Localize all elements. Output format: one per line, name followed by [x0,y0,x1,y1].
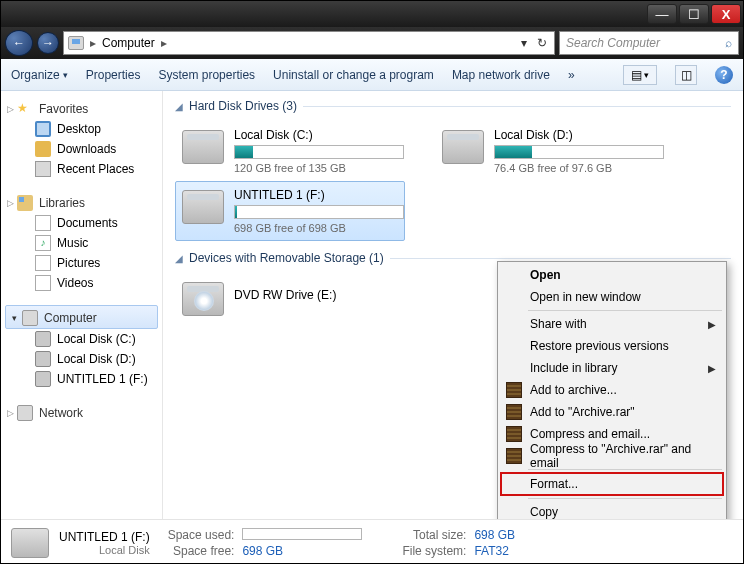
computer-icon [22,310,38,326]
search-placeholder: Search Computer [566,36,660,50]
details-type: Local Disk [59,544,150,556]
drive-free-text: 76.4 GB free of 97.6 GB [494,162,664,174]
hdd-icon [182,190,224,224]
titlebar: — ☐ X [1,1,743,27]
drive-name: Local Disk (C:) [234,128,404,142]
properties-button[interactable]: Properties [86,68,141,82]
sidebar-favorites[interactable]: ▷★Favorites [1,97,162,119]
sidebar-videos[interactable]: Videos [1,273,162,293]
search-input[interactable]: Search Computer ⌕ [559,31,739,55]
sidebar-pictures[interactable]: Pictures [1,253,162,273]
sidebar-music[interactable]: ♪Music [1,233,162,253]
organize-menu[interactable]: Organize [11,68,68,82]
desktop-icon [35,121,51,137]
sidebar-disk-c[interactable]: Local Disk (C:) [1,329,162,349]
forward-button[interactable]: → [37,32,59,54]
hdd-icon [35,331,51,347]
pictures-icon [35,255,51,271]
context-menu: Open Open in new window Share with▶ Rest… [497,261,727,519]
network-icon [17,405,33,421]
navigation-pane: ▷★Favorites Desktop Downloads Recent Pla… [1,91,163,519]
hdd-icon [182,130,224,164]
caret-down-icon: ◢ [175,101,183,112]
sidebar-desktop[interactable]: Desktop [1,119,162,139]
navigation-bar: ← → ▸ Computer ▸ ▾ ↻ Search Computer ⌕ [1,27,743,59]
details-filesystem-label: File system: [402,544,466,558]
libraries-icon [17,195,33,211]
search-icon[interactable]: ⌕ [725,36,732,50]
capacity-fill [235,206,237,218]
path-sep-icon: ▸ [161,36,167,50]
drive-local-c[interactable]: Local Disk (C:) 120 GB free of 135 GB [175,121,405,181]
ctx-add-archive[interactable]: Add to archive... [500,379,724,401]
address-dropdown[interactable]: ▾ [516,36,532,50]
hdd-icon [35,351,51,367]
back-button[interactable]: ← [5,30,33,56]
command-bar: Organize Properties System properties Un… [1,59,743,91]
star-icon: ★ [17,101,33,117]
section-hard-disk-drives[interactable]: ◢Hard Disk Drives (3) [175,99,731,113]
ctx-restore-versions[interactable]: Restore previous versions [500,335,724,357]
sidebar-network[interactable]: ▷Network [1,401,162,423]
rar-icon [506,404,522,420]
details-space-free-value: 698 GB [242,544,362,558]
separator [528,498,722,499]
details-total-size-value: 698 GB [474,528,515,542]
preview-pane-button[interactable]: ◫ [675,65,697,85]
details-filesystem-value: FAT32 [474,544,515,558]
sidebar-downloads[interactable]: Downloads [1,139,162,159]
address-bar[interactable]: ▸ Computer ▸ ▾ ↻ [63,31,555,55]
sidebar-disk-f[interactable]: UNTITLED 1 (F:) [1,369,162,389]
view-options-button[interactable]: ▤▾ [623,65,657,85]
drive-dvd-rw[interactable]: DVD RW Drive (E:) [175,273,405,323]
downloads-icon [35,141,51,157]
ctx-open[interactable]: Open [500,264,724,286]
capacity-fill [235,146,253,158]
rar-icon [506,382,522,398]
details-space-free-label: Space free: [168,544,235,558]
explorer-window: — ☐ X ← → ▸ Computer ▸ ▾ ↻ Search Comput… [0,0,744,564]
drive-untitled-f[interactable]: UNTITLED 1 (F:) 698 GB free of 698 GB [175,181,405,241]
uninstall-button[interactable]: Uninstall or change a program [273,68,434,82]
recent-places-icon [35,161,51,177]
maximize-button[interactable]: ☐ [679,4,709,24]
capacity-bar [494,145,664,159]
sidebar-recent-places[interactable]: Recent Places [1,159,162,179]
close-button[interactable]: X [711,4,741,24]
rar-icon [506,426,522,442]
drive-local-d[interactable]: Local Disk (D:) 76.4 GB free of 97.6 GB [435,121,665,181]
refresh-button[interactable]: ↻ [534,36,550,50]
sidebar-computer[interactable]: ▾Computer [5,305,158,329]
submenu-arrow-icon: ▶ [708,319,716,330]
preview-icon: ◫ [681,68,692,82]
music-icon: ♪ [35,235,51,251]
capacity-bar [234,145,404,159]
hdd-icon [35,371,51,387]
maximize-icon: ☐ [688,8,700,21]
details-space-used-label: Space used: [168,528,235,542]
ctx-include-library[interactable]: Include in library▶ [500,357,724,379]
ctx-open-new-window[interactable]: Open in new window [500,286,724,308]
drive-name: DVD RW Drive (E:) [234,288,398,302]
help-button[interactable]: ? [715,66,733,84]
ctx-share-with[interactable]: Share with▶ [500,313,724,335]
ctx-copy[interactable]: Copy [500,501,724,519]
rar-icon [506,448,522,464]
videos-icon [35,275,51,291]
ctx-format[interactable]: Format... [500,472,724,496]
sidebar-disk-d[interactable]: Local Disk (D:) [1,349,162,369]
close-icon: X [722,8,731,21]
map-drive-button[interactable]: Map network drive [452,68,550,82]
details-name: UNTITLED 1 (F:) [59,530,150,544]
breadcrumb-computer[interactable]: Computer [102,36,155,50]
sidebar-libraries[interactable]: ▷Libraries [1,191,162,213]
ctx-compress-rar-email[interactable]: Compress to "Archive.rar" and email [500,445,724,467]
back-icon: ← [13,36,25,50]
sidebar-documents[interactable]: Documents [1,213,162,233]
minimize-button[interactable]: — [647,4,677,24]
drive-free-text: 698 GB free of 698 GB [234,222,404,234]
drive-name: Local Disk (D:) [494,128,664,142]
system-properties-button[interactable]: System properties [158,68,255,82]
ctx-add-archive-rar[interactable]: Add to "Archive.rar" [500,401,724,423]
overflow-chevron-icon[interactable]: » [568,68,575,82]
